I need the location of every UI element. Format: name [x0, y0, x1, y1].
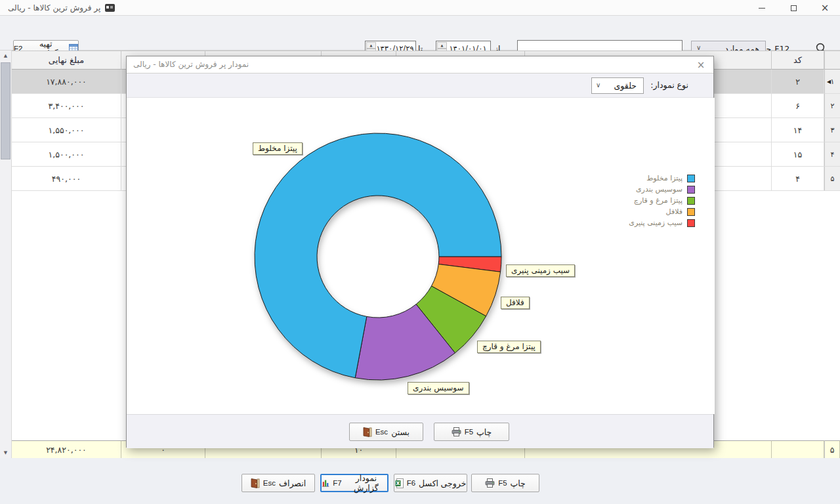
window-titlebar: پر فروش ترین کالاها - ریالی ×: [0, 0, 840, 16]
maximize-button[interactable]: [786, 2, 801, 14]
legend-label: پیتزا مرغ و قارچ: [634, 196, 682, 205]
table-cell[interactable]: ۱۵: [772, 142, 824, 167]
printer-icon: [452, 427, 461, 436]
scroll-down-icon[interactable]: ▼: [0, 448, 11, 458]
report-chart-button[interactable]: F7 نمودار گزارش: [320, 474, 388, 492]
door-icon: [363, 427, 372, 437]
minimize-button[interactable]: [755, 2, 769, 14]
table-cell[interactable]: ۴: [772, 167, 824, 191]
chart-type-value: حلقوی: [614, 81, 637, 91]
dialog-print-button[interactable]: F5 چاپ: [434, 423, 509, 441]
dialog-print-label: چاپ: [476, 427, 492, 437]
window-controls: ×: [755, 0, 835, 16]
cell-text: ۶: [795, 101, 800, 111]
main-window: پر فروش ترین کالاها - ریالی × جستجو F12 …: [0, 0, 840, 504]
column-header: مبلغ نهایی: [12, 51, 121, 70]
cell-text: کد: [793, 55, 802, 65]
close-icon: ×: [821, 3, 830, 13]
cancel-button[interactable]: Esc انصراف: [242, 474, 315, 492]
cell-text: ۱,۵۵۰,۰۰۰: [49, 125, 85, 135]
cell-text: ۱۴: [793, 125, 802, 135]
legend-label: فلافل: [666, 207, 682, 216]
dialog-close-key: Esc: [375, 428, 388, 436]
totals-cell: ۲۴,۸۲۰,۰۰۰: [12, 440, 121, 459]
close-button[interactable]: ×: [818, 2, 832, 14]
legend-swatch: [687, 186, 695, 194]
table-cell[interactable]: ۲: [824, 94, 840, 118]
dialog-close-button[interactable]: Esc بستن: [349, 423, 423, 441]
table-cell[interactable]: ۲: [772, 70, 824, 94]
slice-label: فلافل: [501, 297, 530, 309]
svg-text:X: X: [396, 480, 400, 486]
print-button[interactable]: F5 چاپ: [471, 474, 539, 492]
dialog-print-key: F5: [465, 428, 473, 436]
dialog-title: نمودار پر فروش ترین کالاها - ریالی: [133, 60, 249, 69]
scrollbar-thumb[interactable]: [1, 62, 10, 159]
dialog-button-bar: Esc بستن F5 چاپ: [127, 414, 713, 448]
cell-text: ۲: [831, 102, 835, 110]
table-cell[interactable]: ۵: [824, 167, 840, 191]
table-cell[interactable]: ۱۴: [772, 118, 824, 142]
excel-label: خروجی اکسل: [419, 478, 466, 488]
table-cell[interactable]: ۶: [772, 94, 824, 118]
donut-chart: [127, 98, 715, 414]
legend-swatch: [687, 175, 695, 182]
cell-text: ۱,۵۰۰,۰۰۰: [49, 150, 85, 159]
table-cell[interactable]: ۱,۵۵۰,۰۰۰: [12, 118, 121, 142]
cell-text: ۲۴,۸۲۰,۰۰۰: [46, 445, 87, 455]
excel-key: F6: [407, 479, 415, 487]
spinner-up-icon[interactable]: ▲: [437, 42, 447, 49]
window-title-group: پر فروش ترین کالاها - ریالی: [8, 0, 115, 16]
totals-cell: ۵: [824, 440, 840, 459]
column-header: [824, 51, 840, 70]
cell-text: ۴: [795, 174, 800, 184]
cancel-key: Esc: [263, 479, 276, 487]
table-cell[interactable]: ۱۷,۸۸۰,۰۰۰: [12, 70, 121, 94]
table-cell[interactable]: ۴۹۰,۰۰۰: [12, 167, 121, 191]
chart-key: F7: [333, 479, 341, 487]
cell-text: ۱۵: [793, 150, 802, 159]
legend-label: سیب زمینی پنیری: [629, 219, 682, 227]
combo-chevron-icon: ∨: [596, 81, 600, 89]
row-marker-icon: ◀: [827, 79, 831, 85]
slice-label: سوسیس بندری: [408, 382, 469, 394]
window-title: پر فروش ترین کالاها - ریالی: [8, 3, 100, 12]
toolbar: جستجو F12 ∨ همه موارد از ▲ ▼ ۱۴۰۱/۰۱/۰۱ …: [0, 16, 840, 51]
cell-text: ۳: [831, 126, 835, 135]
vertical-scrollbar[interactable]: ▲ ▼: [0, 51, 12, 458]
legend-item: پیتزا مرغ و قارچ: [629, 195, 695, 206]
minimize-icon: [759, 8, 765, 9]
legend-item: فلافل: [629, 206, 695, 217]
chart-label: نمودار گزارش: [345, 473, 387, 493]
dialog-close-icon[interactable]: ×: [694, 58, 708, 72]
cell-text: ۵: [830, 445, 835, 455]
spinner-up-icon[interactable]: ▲: [366, 42, 376, 49]
cell-text: ۵: [831, 175, 835, 183]
table-cell[interactable]: ۴: [824, 142, 840, 167]
legend-swatch: [687, 197, 695, 205]
slice-label: سیب زمینی پنیری: [506, 264, 575, 277]
chart-type-label: نوع نمودار:: [650, 80, 688, 90]
cell-text: ۳,۴۰۰,۰۰۰: [49, 101, 85, 111]
chart-type-row: نوع نمودار: ∨ حلقوی: [127, 74, 713, 98]
dialog-close-label: بستن: [391, 427, 410, 437]
dialog-titlebar: نمودار پر فروش ترین کالاها - ریالی ×: [127, 56, 713, 74]
excel-export-button[interactable]: X F6 خروجی اکسل: [394, 474, 467, 492]
app-icon: [105, 4, 115, 12]
scroll-up-icon[interactable]: ▲: [0, 51, 11, 61]
table-cell[interactable]: ۳,۴۰۰,۰۰۰: [12, 94, 121, 118]
door-icon: [251, 478, 260, 488]
chart-bars-icon: [322, 478, 329, 488]
print-label: چاپ: [511, 478, 526, 488]
legend-swatch: [687, 219, 695, 227]
table-cell[interactable]: ◀۱: [824, 70, 840, 94]
cell-text: ۴: [831, 150, 835, 159]
cell-text: ۱: [831, 77, 835, 86]
cell-text: ۱۷,۸۸۰,۰۰۰: [46, 77, 87, 87]
table-cell[interactable]: ۳: [824, 118, 840, 142]
chart-type-dropdown[interactable]: ∨ حلقوی: [591, 77, 644, 94]
slice-label: پیتزا مرغ و قارچ: [477, 341, 541, 353]
table-cell[interactable]: ۱,۵۰۰,۰۰۰: [12, 142, 121, 167]
chart-area: پیتزا مخلوط سوسیس بندری پیتزا مرغ و قارچ…: [127, 98, 715, 414]
column-header: کد: [772, 51, 824, 70]
